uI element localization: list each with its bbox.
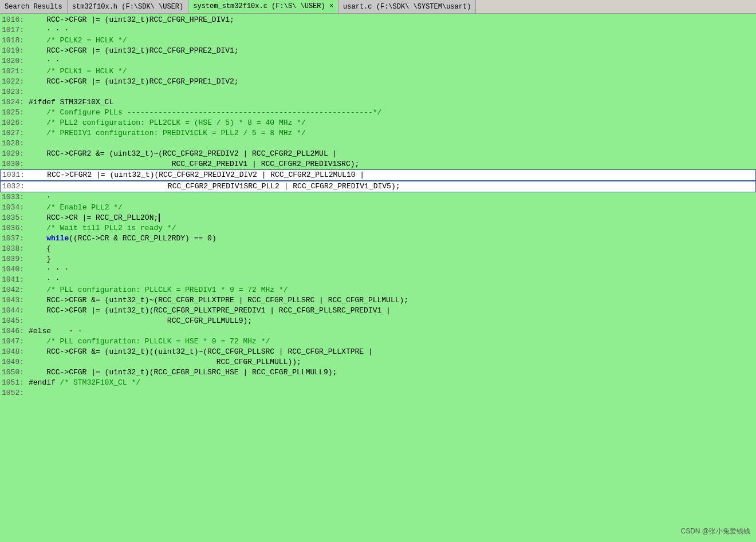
line-number: 1043: (0, 295, 29, 306)
line-number: 1039: (0, 254, 29, 264)
line-number: 1035: (0, 213, 29, 223)
line-number: 1024: (0, 97, 29, 108)
code-line-1039: 1039: } (0, 254, 756, 264)
code-line-1040: 1040: · · · (0, 264, 756, 275)
line-content: · · · (29, 25, 756, 35)
line-content: /* PLL configuration: PLLCLK = PREDIV1 *… (29, 285, 756, 295)
line-number: 1022: (0, 77, 29, 87)
line-content: while((RCC->CR & RCC_CR_PLL2RDY) == 0) (29, 234, 756, 244)
code-line-1026: 1026: /* PLL2 configuration: PLL2CLK = (… (0, 118, 756, 128)
line-number: 1018: (0, 35, 29, 46)
code-area: 1016: RCC->CFGR |= (uint32_t)RCC_CFGR_HP… (0, 14, 756, 542)
code-line-1027: 1027: /* PREDIV1 configuration: PREDIV1C… (0, 128, 756, 139)
code-line-1017: 1017: · · · (0, 25, 756, 35)
line-content: RCC_CFGR_PLLMULL)); (29, 357, 756, 367)
code-line-1045: 1045: RCC_CFGR_PLLMULL9); (0, 316, 756, 326)
tab-bar: Search Results stm32f10x.h (F:\SDK\ \USE… (0, 0, 756, 14)
line-number: 1041: (0, 275, 29, 285)
line-content: /* PLL2 configuration: PLL2CLK = (HSE / … (29, 118, 756, 128)
tab-label-search: Search Results (5, 3, 62, 11)
line-number: 1042: (0, 285, 29, 295)
line-number: 1028: (0, 139, 29, 149)
code-line-1044: 1044: RCC->CFGR |= (uint32_t)(RCC_CFGR_P… (0, 306, 756, 316)
line-number: 1046: (0, 326, 29, 337)
code-line-1051: 1051:#endif /* STM32F10X_CL */ (0, 378, 756, 388)
tab-label-system: system_stm32f10x.c (F:\S\ \USER) × (193, 2, 333, 10)
code-line-1024: 1024:#ifdef STM32F10X_CL (0, 97, 756, 108)
code-line-1018: 1018: /* PCLK2 = HCLK */ (0, 35, 756, 46)
line-number: 1019: (0, 46, 29, 56)
tab-search-results[interactable]: Search Results (0, 0, 68, 13)
line-content: /* Configure PLLs ----------------------… (29, 108, 756, 118)
line-content: · (29, 192, 756, 203)
tab-usart-c[interactable]: usart.c (F:\SDK\ \SYSTEM\usart) (338, 0, 476, 13)
line-number: 1047: (0, 337, 29, 347)
line-content: /* PLL configuration: PLLCLK = HSE * 9 =… (29, 337, 756, 347)
line-content: { (29, 244, 756, 254)
code-line-1025: 1025: /* Configure PLLs ----------------… (0, 108, 756, 118)
line-content: /* PCLK1 = HCLK */ (29, 66, 756, 77)
line-number: 1034: (0, 203, 29, 213)
line-content: #endif /* STM32F10X_CL */ (29, 378, 756, 388)
code-line-1048: 1048: RCC->CFGR &= (uint32_t)((uint32_t)… (0, 347, 756, 357)
line-number: 1048: (0, 347, 29, 357)
line-content: RCC->CFGR2 |= (uint32_t)(RCC_CFGR2_PREDI… (29, 170, 755, 180)
code-line-1047: 1047: /* PLL configuration: PLLCLK = HSE… (0, 337, 756, 347)
code-line-1031: 1031: RCC->CFGR2 |= (uint32_t)(RCC_CFGR2… (0, 169, 756, 181)
line-content: #ifdef STM32F10X_CL (29, 97, 756, 108)
code-line-1037: 1037: while((RCC->CR & RCC_CR_PLL2RDY) =… (0, 234, 756, 244)
line-content: · · · (29, 264, 756, 275)
line-content: RCC->CFGR &= (uint32_t)((uint32_t)~(RCC_… (29, 347, 756, 357)
code-line-1019: 1019: RCC->CFGR |= (uint32_t)RCC_CFGR_PP… (0, 46, 756, 56)
code-line-1030: 1030: RCC_CFGR2_PREDIV1 | RCC_CFGR2_PRED… (0, 159, 756, 169)
line-content: RCC->CFGR |= (uint32_t)RCC_CFGR_HPRE_DIV… (29, 15, 756, 25)
code-line-1034: 1034: /* Enable PLL2 */ (0, 203, 756, 213)
line-number: 1052: (0, 388, 29, 398)
code-line-1020: 1020: · · (0, 56, 756, 66)
line-number: 1050: (0, 367, 29, 378)
tab-label-stm32h: stm32f10x.h (F:\SDK\ \USER) (72, 3, 183, 11)
line-number: 1030: (0, 159, 29, 169)
code-line-1041: 1041: · · (0, 275, 756, 285)
line-number: 1036: (0, 223, 29, 234)
line-number: 1040: (0, 264, 29, 275)
line-number: 1044: (0, 306, 29, 316)
line-number: 1038: (0, 244, 29, 254)
line-content: RCC->CR |= RCC_CR_PLL2ON; (29, 213, 756, 223)
code-line-1021: 1021: /* PCLK1 = HCLK */ (0, 66, 756, 77)
code-line-1035: 1035: RCC->CR |= RCC_CR_PLL2ON; (0, 213, 756, 223)
code-line-1046: 1046:#else · · (0, 326, 756, 337)
line-number: 1020: (0, 56, 29, 66)
line-content: /* Enable PLL2 */ (29, 203, 756, 213)
line-number: 1033: (0, 192, 29, 203)
line-number: 1032: (1, 181, 29, 192)
tab-system-stm32f10x-c[interactable]: system_stm32f10x.c (F:\S\ \USER) × (188, 0, 338, 13)
code-line-1028: 1028: (0, 139, 756, 149)
line-content: RCC_CFGR_PLLMULL9); (29, 316, 756, 326)
line-content: /* Wait till PLL2 is ready */ (29, 223, 756, 234)
line-number: 1037: (0, 234, 29, 244)
code-line-1036: 1036: /* Wait till PLL2 is ready */ (0, 223, 756, 234)
line-content: · · (29, 275, 756, 285)
code-line-1016: 1016: RCC->CFGR |= (uint32_t)RCC_CFGR_HP… (0, 15, 756, 25)
code-line-1032: 1032: RCC_CFGR2_PREDIV1SRC_PLL2 | RCC_CF… (0, 181, 756, 192)
tab-stm32f10x-h[interactable]: stm32f10x.h (F:\SDK\ \USER) (68, 0, 188, 13)
line-content: } (29, 254, 756, 264)
tab-label-usart: usart.c (F:\SDK\ \SYSTEM\usart) (343, 3, 471, 11)
line-content: #else · · (29, 326, 756, 337)
line-number: 1029: (0, 149, 29, 159)
line-content: /* PREDIV1 configuration: PREDIV1CLK = P… (29, 128, 756, 139)
line-content: RCC->CFGR |= (uint32_t)RCC_CFGR_PPRE2_DI… (29, 46, 756, 56)
line-number: 1049: (0, 357, 29, 367)
code-line-1042: 1042: /* PLL configuration: PLLCLK = PRE… (0, 285, 756, 295)
code-line-1022: 1022: RCC->CFGR |= (uint32_t)RCC_CFGR_PP… (0, 77, 756, 87)
code-line-1043: 1043: RCC->CFGR &= (uint32_t)~(RCC_CFGR_… (0, 295, 756, 306)
line-number: 1026: (0, 118, 29, 128)
code-line-1052: 1052: (0, 388, 756, 398)
line-number: 1051: (0, 378, 29, 388)
code-line-1033: 1033: · (0, 192, 756, 203)
line-content: RCC_CFGR2_PREDIV1SRC_PLL2 | RCC_CFGR2_PR… (29, 181, 755, 192)
line-number: 1017: (0, 25, 29, 35)
line-content: RCC->CFGR &= (uint32_t)~(RCC_CFGR_PLLXTP… (29, 295, 756, 306)
line-content: RCC->CFGR2 &= (uint32_t)~(RCC_CFGR2_PRED… (29, 149, 756, 159)
